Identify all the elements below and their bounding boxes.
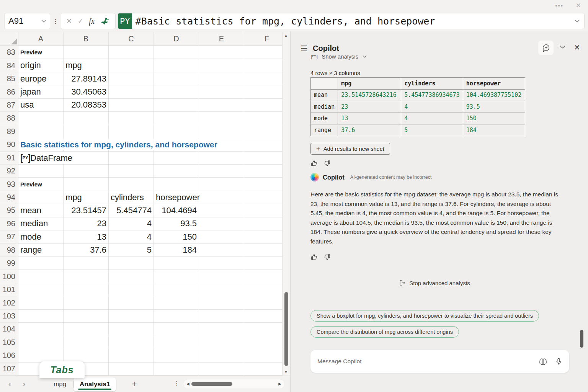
cell-A83[interactable]: Preview (18, 46, 64, 59)
cell-F96[interactable] (244, 217, 282, 230)
cell-C85[interactable] (109, 72, 154, 85)
row-header-98[interactable]: 98 (0, 244, 18, 257)
row-header-86[interactable]: 86 (0, 85, 18, 98)
sheet-tab-Analysis1[interactable]: Analysis1 (74, 377, 116, 391)
cell-C91[interactable] (109, 152, 154, 165)
cell-A93[interactable]: Preview (18, 178, 64, 191)
cell-E93[interactable] (199, 178, 244, 191)
cell-E104[interactable] (199, 323, 244, 336)
cell-D98[interactable]: 184 (154, 244, 199, 257)
chevron-down-icon[interactable] (41, 20, 46, 23)
cell-F88[interactable] (244, 112, 282, 125)
grid-vertical-scrollbar[interactable]: ▲ ▼ (282, 32, 290, 376)
row-header-94[interactable]: 94 (0, 191, 18, 204)
scroll-up-icon[interactable]: ▲ (284, 33, 288, 38)
cell-A95[interactable]: mean (18, 204, 64, 217)
cell-E84[interactable] (199, 59, 244, 72)
cell-F103[interactable] (244, 310, 282, 323)
row-header-89[interactable]: 89 (0, 125, 18, 138)
cell-F97[interactable] (244, 230, 282, 243)
cell-E100[interactable] (199, 270, 244, 283)
cell-F95[interactable] (244, 204, 282, 217)
cell-A101[interactable] (18, 283, 64, 296)
show-analysis-toggle[interactable]: [PY] Show analysis (310, 55, 367, 60)
row-header-95[interactable]: 95 (0, 204, 18, 217)
prev-sheet-icon[interactable]: ‹ (8, 381, 11, 387)
cell-A102[interactable] (18, 296, 64, 309)
cell-B97[interactable]: 13 (64, 230, 109, 243)
cell-F86[interactable] (244, 85, 282, 98)
cell-D104[interactable] (154, 323, 199, 336)
cell-B106[interactable] (64, 349, 109, 362)
cell-E94[interactable] (199, 191, 244, 204)
column-header-B[interactable]: B (64, 32, 109, 46)
cell-B94[interactable]: mpg (64, 191, 109, 204)
formula-bar-expand-icon[interactable] (575, 20, 580, 23)
cell-E102[interactable] (199, 296, 244, 309)
cell-E89[interactable] (199, 125, 244, 138)
cell-E101[interactable] (199, 283, 244, 296)
cell-E107[interactable] (199, 363, 244, 376)
cell-B87[interactable]: 20.08353 (64, 99, 109, 112)
cell-A87[interactable]: usa (18, 99, 64, 112)
column-header-A[interactable]: A (18, 32, 64, 46)
cell-C103[interactable] (109, 310, 154, 323)
cell-C88[interactable] (109, 112, 154, 125)
row-header-106[interactable]: 106 (0, 349, 18, 362)
cell-E99[interactable] (199, 257, 244, 270)
cell-A98[interactable]: range (18, 244, 64, 257)
cell-B88[interactable] (64, 112, 109, 125)
cell-D86[interactable] (154, 85, 199, 98)
horizontal-scrollbar[interactable]: ◀ ▶ (183, 379, 285, 389)
row-header-99[interactable]: 99 (0, 257, 18, 270)
cell-C86[interactable] (109, 85, 154, 98)
cell-F89[interactable] (244, 125, 282, 138)
vertical-scroll-thumb[interactable] (284, 292, 288, 366)
cell-C104[interactable] (109, 323, 154, 336)
cell-E86[interactable] (199, 85, 244, 98)
row-header-90[interactable]: 90 (0, 138, 18, 151)
cell-B102[interactable] (64, 296, 109, 309)
cell-B86[interactable]: 30.45063 (64, 85, 109, 98)
cell-F94[interactable] (244, 191, 282, 204)
cell-C99[interactable] (109, 257, 154, 270)
cell-F101[interactable] (244, 283, 282, 296)
cell-D101[interactable] (154, 283, 199, 296)
thumbs-up-icon[interactable] (310, 253, 318, 261)
cell-D94[interactable]: horsepower (154, 191, 199, 204)
cancel-icon[interactable]: ✕ (66, 17, 72, 25)
cell-D89[interactable] (154, 125, 199, 138)
row-header-87[interactable]: 87 (0, 99, 18, 112)
cell-A106[interactable] (18, 349, 64, 362)
cell-B96[interactable]: 23 (64, 217, 109, 230)
close-panel-icon[interactable]: ✕ (574, 43, 580, 52)
cell-A91[interactable]: [PY]DataFrame (18, 152, 64, 165)
cell-E106[interactable] (199, 349, 244, 362)
cell-A94[interactable] (18, 191, 64, 204)
cell-C95[interactable]: 5.454774 (109, 204, 154, 217)
column-header-C[interactable]: C (109, 32, 154, 46)
cell-C84[interactable] (109, 59, 154, 72)
cell-C105[interactable] (109, 336, 154, 349)
cell-C107[interactable] (109, 363, 154, 376)
cell-F105[interactable] (244, 336, 282, 349)
cell-E92[interactable] (199, 165, 244, 178)
confirm-icon[interactable]: ✓ (78, 17, 83, 25)
insert-function-icon[interactable]: fx (89, 17, 94, 26)
cell-D97[interactable]: 150 (154, 230, 199, 243)
cell-A90[interactable]: Basic statistics for mpg, cylinders, and… (18, 138, 64, 151)
cell-A86[interactable]: japan (18, 85, 64, 98)
cell-B104[interactable] (64, 323, 109, 336)
row-header-91[interactable]: 91 (0, 152, 18, 165)
cell-E85[interactable] (199, 72, 244, 85)
cell-B105[interactable] (64, 336, 109, 349)
cell-C92[interactable] (109, 165, 154, 178)
cell-A88[interactable] (18, 112, 64, 125)
add-results-button[interactable]: + Add results to new sheet (310, 143, 390, 155)
cell-C101[interactable] (109, 283, 154, 296)
cell-name-box[interactable]: A91 (5, 13, 50, 29)
row-header-92[interactable]: 92 (0, 165, 18, 178)
cell-D103[interactable] (154, 310, 199, 323)
cell-E97[interactable] (199, 230, 244, 243)
column-header-F[interactable]: F (244, 32, 282, 46)
